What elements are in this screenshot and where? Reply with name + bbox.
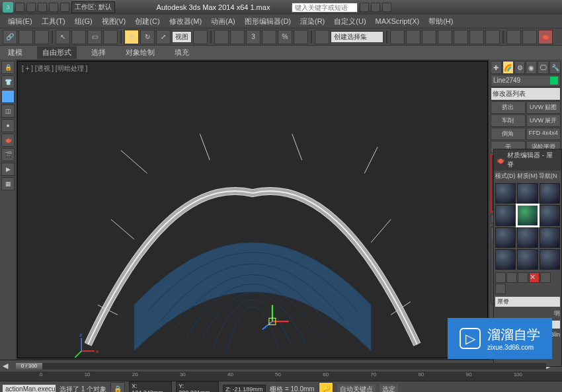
ribbon-tab-freeform[interactable]: 自由形式 xyxy=(37,46,77,59)
material-editor-icon[interactable] xyxy=(485,30,500,44)
mod-ffd[interactable]: FFD 4x4x4 xyxy=(526,128,561,140)
scale-icon[interactable]: ⤢ xyxy=(156,30,171,44)
menu-group[interactable]: 组(G) xyxy=(71,15,97,28)
move-icon[interactable]: ✥ xyxy=(124,30,139,44)
curve-editor-icon[interactable] xyxy=(454,30,468,44)
coord-y[interactable]: Y: 300.221mm xyxy=(176,381,219,393)
lt-light-icon[interactable] xyxy=(1,90,15,103)
layers-icon[interactable] xyxy=(422,30,436,44)
menu-create[interactable]: 创建(C) xyxy=(131,15,163,28)
menu-render[interactable]: 渲染(R) xyxy=(296,15,329,28)
favorite-icon[interactable] xyxy=(371,3,380,12)
link-icon[interactable]: 🔗 xyxy=(3,30,17,44)
mod-extrude[interactable]: 挤出 xyxy=(491,101,526,114)
menu-customize[interactable]: 自定义(U) xyxy=(330,15,370,28)
pivot-icon[interactable] xyxy=(193,30,208,44)
render-icon[interactable]: 🫖 xyxy=(538,30,553,44)
rotate-icon[interactable]: ↻ xyxy=(140,30,155,44)
snap-icon[interactable]: 3 xyxy=(246,30,261,44)
mod-unwrap[interactable]: UVW 展开 xyxy=(526,114,561,127)
autokey-button[interactable]: 自动关键点 xyxy=(337,384,376,393)
object-color-swatch[interactable] xyxy=(550,77,558,85)
coord-z[interactable]: Z: -21.189mm xyxy=(223,385,266,393)
ribbon-tab-modeling[interactable]: 建模 xyxy=(3,46,28,59)
mod-lathe[interactable]: 车削 xyxy=(491,114,526,127)
app-icon[interactable]: 3 xyxy=(3,2,13,13)
mat-slot-5[interactable] xyxy=(517,205,538,225)
time-thumb[interactable]: 0 / 100 xyxy=(16,363,42,370)
cp-tab-utilities[interactable]: 🔧 xyxy=(549,61,561,74)
spinner-snap-icon[interactable] xyxy=(294,30,308,44)
mat-menu-material[interactable]: 材质(M) xyxy=(517,172,538,180)
menu-help[interactable]: 帮助(H) xyxy=(424,15,457,28)
schematic-icon[interactable] xyxy=(469,30,484,44)
mat-assign-icon[interactable] xyxy=(518,272,528,283)
mat-get-icon[interactable] xyxy=(495,272,506,283)
mat-slot-9[interactable] xyxy=(540,227,560,248)
lt-tshirt-icon[interactable]: 👕 xyxy=(1,75,15,89)
cp-tab-motion[interactable]: ◉ xyxy=(526,61,537,74)
select-name-icon[interactable] xyxy=(71,30,86,44)
mat-menu-nav[interactable]: 导航(N xyxy=(539,172,557,180)
lt-cube-icon[interactable]: ◫ xyxy=(1,104,15,118)
mat-slot-1[interactable] xyxy=(495,183,516,204)
menu-tools[interactable]: 工具(T) xyxy=(38,15,69,28)
mirror-icon[interactable] xyxy=(390,30,405,44)
mod-bevel[interactable]: 倒角 xyxy=(491,128,526,140)
object-name-field[interactable]: Line2749 xyxy=(491,75,561,87)
mat-slot-6[interactable] xyxy=(540,205,560,225)
key-icon[interactable]: 🔑 xyxy=(319,382,333,393)
material-name-field[interactable]: 屋脊 xyxy=(495,297,560,307)
menu-edit[interactable]: 编辑(E) xyxy=(4,15,36,28)
menu-maxscript[interactable]: MAXScript(X) xyxy=(372,16,424,26)
unlink-icon[interactable] xyxy=(19,30,33,44)
search-input[interactable] xyxy=(292,3,358,13)
ribbon-tab-populate[interactable]: 填充 xyxy=(169,46,194,59)
lock-selection-icon[interactable]: 🔒 xyxy=(110,382,125,393)
ref-coord-dropdown[interactable]: 视图 xyxy=(172,31,192,43)
render-setup-icon[interactable] xyxy=(506,30,521,44)
named-sel-dropdown[interactable]: 创建选择集 xyxy=(331,31,383,43)
cp-tab-modify[interactable]: 🌈 xyxy=(502,61,514,74)
render-frame-icon[interactable] xyxy=(522,30,537,44)
time-slider[interactable]: ◀ 0 / 100 ▶ xyxy=(0,360,562,372)
rect-select-icon[interactable]: ▭ xyxy=(87,30,102,44)
mat-slot-12[interactable] xyxy=(540,249,560,270)
cp-tab-display[interactable]: 🖵 xyxy=(538,61,549,74)
selkey-button[interactable]: 选定 xyxy=(380,384,398,393)
mat-options-icon[interactable] xyxy=(495,284,506,294)
window-cross-icon[interactable] xyxy=(103,30,118,44)
menu-modifiers[interactable]: 修改器(M) xyxy=(165,15,206,28)
ribbon-tab-selection[interactable]: 选择 xyxy=(86,46,111,59)
mat-copy-icon[interactable] xyxy=(540,272,551,283)
lt-grid-icon[interactable]: ▦ xyxy=(1,177,15,190)
lt-film-icon[interactable]: 🎬 xyxy=(1,148,15,161)
mat-slot-7[interactable] xyxy=(495,227,516,248)
workspace-dropdown[interactable]: 工作区: 默认 xyxy=(71,1,115,13)
undo-icon[interactable] xyxy=(49,3,58,12)
mat-slot-10[interactable] xyxy=(495,249,516,270)
angle-snap-icon[interactable] xyxy=(262,30,276,44)
modifier-list-dropdown[interactable]: 修改器列表 xyxy=(491,87,561,100)
bind-icon[interactable] xyxy=(34,30,49,44)
menu-views[interactable]: 视图(V) xyxy=(98,15,130,28)
manipulate-icon[interactable] xyxy=(214,30,229,44)
new-icon[interactable] xyxy=(15,3,24,12)
lt-sphere-icon[interactable]: ● xyxy=(1,119,15,132)
mat-slot-4[interactable] xyxy=(495,205,516,225)
graphite-icon[interactable] xyxy=(438,30,452,44)
keyboard-icon[interactable] xyxy=(230,30,245,44)
ribbon-tab-paint[interactable]: 对象绘制 xyxy=(120,46,160,59)
menu-graph[interactable]: 图形编辑器(D) xyxy=(241,15,295,28)
lt-teapot-icon[interactable]: 🫖 xyxy=(1,134,15,147)
percent-snap-icon[interactable]: % xyxy=(278,30,292,44)
time-left-icon[interactable]: ◀ xyxy=(3,362,16,370)
cp-tab-hierarchy[interactable]: ⚙ xyxy=(514,61,526,74)
redo-icon[interactable] xyxy=(60,3,69,12)
mat-menu-mode[interactable]: 模式(D) xyxy=(495,172,516,180)
open-icon[interactable] xyxy=(26,3,36,12)
signin-icon[interactable] xyxy=(382,3,391,12)
align-icon[interactable] xyxy=(406,30,421,44)
mod-uvwmap[interactable]: UVW 贴图 xyxy=(526,101,561,114)
cp-tab-create[interactable]: ✚ xyxy=(491,61,502,74)
